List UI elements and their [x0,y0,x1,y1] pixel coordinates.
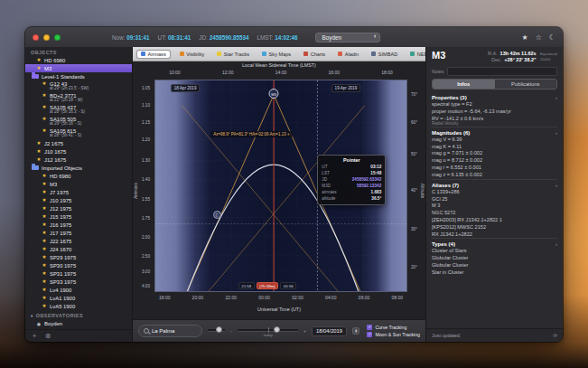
date-input[interactable]: 18/04/2019 [312,326,347,336]
info-sections[interactable]: Properties (3)› spectral type = F2 prope… [426,92,563,328]
list-item[interactable]: ★J7 1975 [25,188,132,196]
slider-minus-label: − [230,328,233,334]
list-item[interactable]: ★SA105 815at 28° (5h 41' - S) [25,127,132,139]
visibility-tab-icon [180,52,184,56]
notes-row: Notes: [426,66,563,79]
observatories-header[interactable]: ▾OBSERVATORIES [25,310,132,319]
list-item[interactable]: ★J10 1975 [25,196,132,204]
close-button[interactable] [33,34,39,41]
list-item[interactable]: ★SP33 1975 [25,278,132,286]
morning-date-badge: 19 Apr 2019 [331,84,361,92]
panel-status-bar: Just updated. ⟳ [426,328,563,342]
observatory-select[interactable]: Boyden ▲▼ [315,33,380,42]
curve-tracking-checkbox[interactable]: ✓ Curve Tracking [367,325,420,330]
list-item[interactable]: ★HD 6980 [25,172,132,180]
folder-item[interactable]: Level-1 Standards [25,72,132,80]
star-icon: ★ [36,149,42,155]
object-label: LvA1 1900 [50,296,75,301]
list-item[interactable]: ★SP31 1975 [25,269,132,278]
object-label: Lv4 1900 [50,288,71,293]
checkbox-check-icon: ✓ [367,332,372,337]
star-icon: ★ [42,263,47,269]
chevron-right-icon: › [555,183,557,188]
aliases-section-header[interactable]: Aliases (7)› [432,179,557,189]
list-item[interactable]: ★SP30 1975 [25,261,132,269]
tab-visibility[interactable]: Visibility [176,50,209,58]
settings-gear-icon[interactable]: ⚙ [45,333,51,340]
airmass-plot[interactable]: 18 Apr 2019 19 Apr 2019 M3 ☾ Az=98.9° PA… [154,80,407,292]
magnitudes-section-header[interactable]: Magnitudes (6)› [432,127,557,137]
list-item[interactable]: ★SA105 505at 29° (5h 16' - S) [25,116,132,127]
list-item[interactable]: ★J2 1675 [25,139,132,147]
list-item[interactable]: ★J10 1675 [25,147,132,156]
zoom-button[interactable] [54,34,61,41]
list-item[interactable]: ★SA105 437at 28° (5h 16.3' - S) [25,104,132,116]
minimize-button[interactable] [43,34,50,41]
time-slider[interactable] [208,325,225,337]
tab-publications[interactable]: Publications [495,80,557,89]
list-item[interactable]: ★LvA1 1900 [25,294,132,302]
tab-star-tracks[interactable]: Star Tracks [213,50,253,58]
types-section-header[interactable]: Types (4)› [432,238,557,248]
object-label: J24 1670 [50,247,71,252]
favorite-star-icon[interactable]: ★ [521,33,527,42]
tab-aladin[interactable]: Aladin [334,50,362,58]
object-subtitle: at 28° (5h 41' - S) [50,134,81,138]
refresh-icon[interactable]: ⟳ [553,333,557,338]
moon-sun-tracking-checkbox[interactable]: ✓ Moon & Sun Tracking [367,332,420,337]
list-item[interactable]: ★J24 1670 [25,245,132,253]
star-icon: ★ [42,222,47,228]
star-icon: ★ [42,93,47,99]
list-item[interactable]: ★J16 1975 [25,221,132,229]
observatory-label: Boyden [44,321,62,326]
titlebar[interactable]: Now:09:31:41 UT:08:31:41 JD:2458590.8553… [25,27,563,48]
info-tabs: Infos Publications [432,79,557,90]
tab-charts[interactable]: Charts [300,50,329,58]
properties-section-header[interactable]: Properties (3)› [432,92,557,101]
tooltip-title: Pointer [322,157,381,163]
add-object-button[interactable]: + [33,333,36,339]
list-item[interactable]: ★J15 1975 [25,212,132,221]
list-item[interactable]: ★J12 1675 [25,156,132,164]
star-icon: ★ [42,182,47,187]
date-slider[interactable]: today [238,325,298,337]
list-item[interactable]: ★M3 [25,180,132,188]
notes-label: Notes: [432,69,444,74]
location-search-input[interactable]: La Palma [138,325,202,337]
tab-airmass[interactable]: Airmass [136,50,171,59]
jd-value: 2458590.85534 [210,34,249,41]
notes-input[interactable] [447,67,557,76]
lmst-value: 14:02:46 [275,34,297,41]
object-transit-marker[interactable]: M3 [269,89,279,99]
airmass-chart-area[interactable]: Local Mean Sidereal Time (LMST) 10:00 12… [133,61,425,319]
tab-simbad[interactable]: SIMBAD [368,50,401,58]
tab-sky-maps[interactable]: Sky Maps [258,50,294,58]
slider-thumb[interactable] [216,326,222,333]
coordinate-frame: Equatorial J2000 [540,51,557,63]
list-item[interactable]: ★SP29 1975 [25,253,132,261]
tab-infos[interactable]: Infos [433,80,495,89]
date-stepper[interactable]: ▲ ▼ [352,327,359,335]
sky-maps-tab-icon [262,52,266,56]
list-item[interactable]: ★G12 43at 29° (2h 23.5' - SW) [25,80,132,92]
star-icon: ★ [42,255,47,260]
star-icon: ★ [42,296,47,301]
list-item[interactable]: ★J17 1975 [25,229,132,237]
moon-sun-tracking-label: Moon & Sun Tracking [375,332,420,337]
list-item[interactable]: ★HD 6980 [25,56,132,64]
observatory-list-item[interactable]: ◉Boyden [25,319,132,327]
night-mode-moon-icon[interactable]: ☾ [549,33,555,42]
list-item[interactable]: ★LvA5 1900 [25,302,132,310]
folder-icon [32,165,39,171]
stepper-down-icon[interactable]: ▼ [355,331,358,333]
list-item[interactable]: ★BD+2 3771at 21° (2h 29' - W) [25,92,132,104]
list-item[interactable]: ★J12 1975 [25,204,132,212]
list-item[interactable]: ★J22 1675 [25,237,132,245]
list-item-selected[interactable]: ★M3 [25,64,132,72]
location-search-value: La Palma [152,328,174,334]
evening-date-badge: 18 Apr 2019 [171,84,201,92]
star-outline-icon[interactable]: ☆ [536,33,542,42]
folder-item[interactable]: Imported Objects [25,164,132,172]
list-item[interactable]: ★Lv4 1900 [25,286,132,294]
object-label: J12 1975 [50,206,71,212]
